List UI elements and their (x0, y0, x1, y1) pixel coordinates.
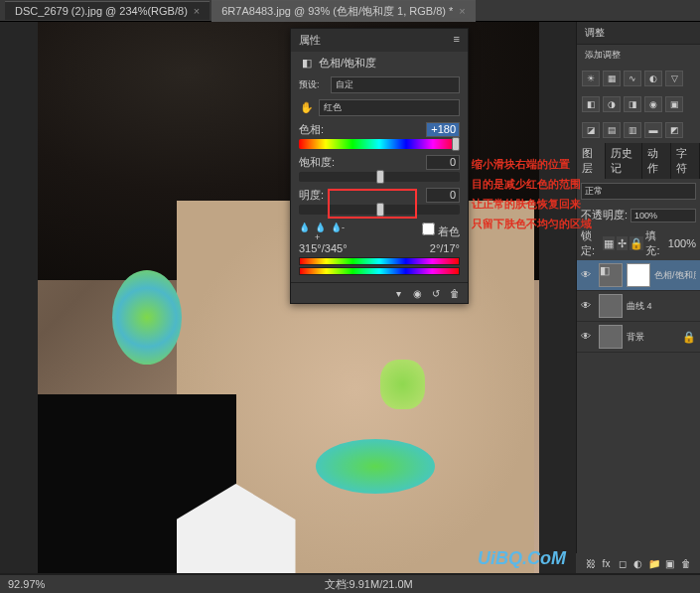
eyedropper-icon[interactable]: 💧 (299, 222, 313, 236)
curves-icon[interactable]: ∿ (624, 71, 641, 86)
layer-thumb (599, 294, 623, 318)
tab-actions[interactable]: 动作 (642, 143, 671, 179)
reset-icon[interactable]: ↺ (428, 286, 444, 300)
new-layer-icon[interactable]: ▣ (663, 556, 677, 570)
adjustment-type: 色相/饱和度 (319, 56, 376, 71)
levels-icon[interactable]: ▦ (603, 71, 621, 86)
lock-label: 锁定: (581, 228, 601, 258)
visibility-icon[interactable]: 👁 (581, 269, 595, 281)
colorize-checkbox[interactable]: 着色 (422, 222, 460, 239)
lock-pixels-icon[interactable]: ▦ (603, 236, 614, 250)
adjustment-thumb: ◧ (599, 263, 623, 287)
layers-tabs: 图层 历史记 动作 字符 (577, 143, 700, 179)
eyedropper-subtract-icon[interactable]: 💧- (331, 222, 345, 236)
view-previous-icon[interactable]: ◉ (409, 286, 425, 300)
range-start: 315°/345° (299, 242, 348, 254)
blend-mode-select[interactable]: 正常 (581, 183, 696, 200)
document-size: 文档:9.91M/21.0M (325, 577, 413, 592)
panel-title: 属性 (299, 33, 321, 48)
fill-label: 填充: (645, 228, 665, 258)
exposure-icon[interactable]: ◐ (644, 71, 662, 86)
brightness-icon[interactable]: ☀ (582, 71, 600, 86)
photo-filter-icon[interactable]: ◉ (644, 96, 662, 112)
layer-thumb (599, 325, 623, 349)
invert-icon[interactable]: ◪ (582, 122, 600, 138)
lock-all-icon[interactable]: 🔒 (630, 236, 643, 250)
hue-slider[interactable] (299, 139, 460, 149)
visibility-icon[interactable]: 👁 (581, 331, 595, 343)
zoom-level[interactable]: 92.97% (8, 578, 45, 590)
lock-icon: 🔒 (682, 331, 696, 344)
watermark: UiBQ.CoM (478, 548, 566, 569)
adjustments-header: 调整 (577, 22, 700, 45)
saturation-slider[interactable] (299, 172, 460, 182)
new-group-icon[interactable]: 📁 (647, 556, 661, 570)
tab-character[interactable]: 字符 (671, 143, 700, 179)
layers-footer: ⛓ fx ◻ ◐ 📁 ▣ 🗑 (576, 553, 700, 573)
input-color-bar[interactable] (299, 257, 460, 265)
channel-mixer-icon[interactable]: ▣ (665, 96, 683, 112)
layer-curves[interactable]: 👁 曲线 4 (577, 291, 700, 322)
lightness-label: 明度: (299, 188, 324, 203)
annotation-3: 让正常的肤色恢复回来 (472, 197, 581, 212)
new-adjustment-icon[interactable]: ◐ (631, 556, 645, 570)
link-layers-icon[interactable]: ⛓ (584, 556, 598, 570)
hue-label: 色相: (299, 122, 324, 137)
hue-sat-icon[interactable]: ◧ (582, 96, 600, 112)
delete-layer-icon[interactable]: 🗑 (679, 556, 693, 570)
bw-icon[interactable]: ◨ (624, 96, 641, 112)
tab-bar: DSC_2679 (2).jpg @ 234%(RGB/8)× 6R7A8483… (0, 0, 700, 22)
right-panel: 调整 添加调整 ☀ ▦ ∿ ◐ ▽ ◧ ◑ ◨ ◉ ▣ ◪ ▤ ▥ ▬ ◩ 图层… (576, 22, 700, 573)
add-mask-icon[interactable]: ◻ (616, 556, 630, 570)
layer-background[interactable]: 👁 背景 🔒 (577, 322, 700, 353)
visibility-icon[interactable]: 👁 (581, 300, 595, 312)
annotation-2: 目的是减少红色的范围 (472, 177, 581, 192)
vibrance-icon[interactable]: ▽ (665, 71, 683, 86)
eyedropper-add-icon[interactable]: 💧+ (315, 222, 329, 236)
selective-color-icon[interactable]: ◩ (665, 122, 683, 138)
output-color-bar[interactable] (299, 267, 460, 275)
delete-icon[interactable]: 🗑 (447, 286, 463, 300)
lightness-value[interactable]: 0 (426, 188, 460, 203)
add-adjustment-label: 添加调整 (577, 45, 700, 66)
posterize-icon[interactable]: ▤ (603, 122, 621, 138)
lock-position-icon[interactable]: ✢ (617, 236, 628, 250)
saturation-value[interactable]: 0 (426, 155, 460, 170)
channel-select[interactable]: 红色 (319, 99, 460, 116)
hue-value[interactable]: +180 (426, 122, 460, 137)
layer-hue-saturation[interactable]: 👁 ◧ 色相/饱和度 1 (577, 260, 700, 291)
tab-history[interactable]: 历史记 (606, 143, 643, 179)
gradient-map-icon[interactable]: ▬ (644, 122, 662, 138)
threshold-icon[interactable]: ▥ (624, 122, 641, 138)
properties-panel: 属性≡ ◧ 色相/饱和度 预设: 自定 ✋ 红色 色相:+180 饱和度:0 明… (290, 28, 469, 304)
preset-label: 预设: (299, 78, 327, 91)
document-tab-1[interactable]: DSC_2679 (2).jpg @ 234%(RGB/8)× (5, 1, 210, 20)
highlight-box (328, 189, 417, 219)
canvas-area[interactable] (0, 22, 576, 573)
annotation-4: 只留下肤色不均匀的区域 (472, 217, 592, 231)
color-balance-icon[interactable]: ◑ (603, 96, 621, 112)
range-end: 2°/17° (430, 242, 460, 254)
layer-fx-icon[interactable]: fx (600, 556, 614, 570)
opacity-value[interactable]: 100% (630, 209, 696, 222)
hue-sat-icon: ◧ (299, 55, 315, 71)
mask-thumb[interactable] (627, 263, 650, 287)
clip-to-layer-icon[interactable]: ▾ (390, 286, 406, 300)
status-bar: 92.97% 文档:9.91M/21.0M (0, 575, 700, 593)
hand-tool-icon[interactable]: ✋ (299, 100, 315, 116)
saturation-label: 饱和度: (299, 155, 335, 170)
panel-menu-icon[interactable]: ≡ (454, 33, 460, 48)
annotation-1: 缩小滑块右端的位置 (472, 157, 570, 172)
close-icon[interactable]: × (459, 5, 465, 17)
fill-value[interactable]: 100% (668, 237, 696, 249)
document-tab-2[interactable]: 6R7A8483.jpg @ 93% (色相/饱和度 1, RGB/8) *× (211, 0, 476, 22)
close-icon[interactable]: × (194, 5, 200, 17)
tab-layers[interactable]: 图层 (577, 143, 606, 179)
preset-select[interactable]: 自定 (331, 76, 460, 93)
